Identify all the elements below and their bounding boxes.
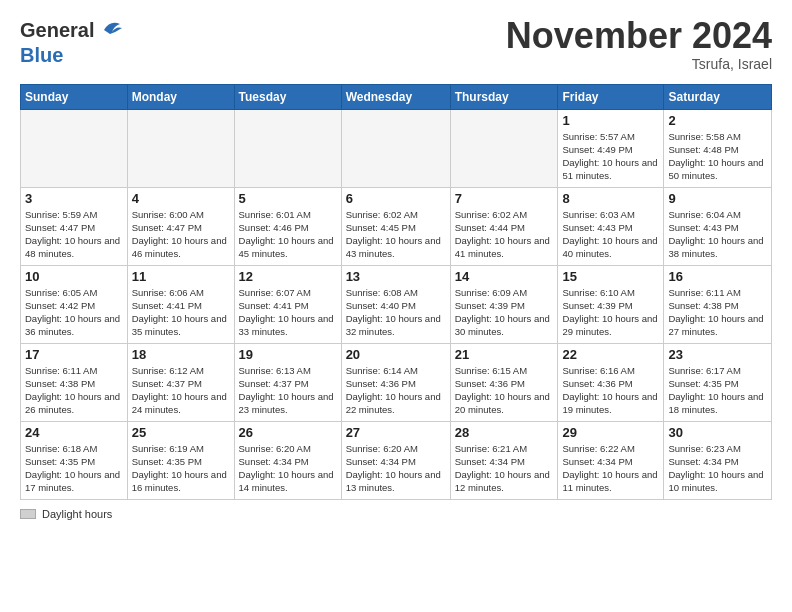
calendar-day-cell: 25Sunrise: 6:19 AM Sunset: 4:35 PM Dayli… [127, 421, 234, 499]
calendar-week-row: 1Sunrise: 5:57 AM Sunset: 4:49 PM Daylig… [21, 109, 772, 187]
day-number: 30 [668, 425, 767, 440]
logo-general: General [20, 19, 94, 41]
logo: General Blue [20, 16, 124, 66]
calendar-day-cell: 7Sunrise: 6:02 AM Sunset: 4:44 PM Daylig… [450, 187, 558, 265]
day-info: Sunrise: 6:00 AM Sunset: 4:47 PM Dayligh… [132, 208, 230, 261]
day-info: Sunrise: 6:11 AM Sunset: 4:38 PM Dayligh… [25, 364, 123, 417]
calendar-day-cell: 5Sunrise: 6:01 AM Sunset: 4:46 PM Daylig… [234, 187, 341, 265]
day-number: 25 [132, 425, 230, 440]
calendar-day-cell [341, 109, 450, 187]
calendar-dow-header: Thursday [450, 84, 558, 109]
logo-blue: Blue [20, 44, 124, 66]
day-info: Sunrise: 6:15 AM Sunset: 4:36 PM Dayligh… [455, 364, 554, 417]
day-info: Sunrise: 6:07 AM Sunset: 4:41 PM Dayligh… [239, 286, 337, 339]
calendar-day-cell: 16Sunrise: 6:11 AM Sunset: 4:38 PM Dayli… [664, 265, 772, 343]
day-number: 5 [239, 191, 337, 206]
calendar-table: SundayMondayTuesdayWednesdayThursdayFrid… [20, 84, 772, 500]
calendar-day-cell [21, 109, 128, 187]
calendar-day-cell: 9Sunrise: 6:04 AM Sunset: 4:43 PM Daylig… [664, 187, 772, 265]
day-info: Sunrise: 6:09 AM Sunset: 4:39 PM Dayligh… [455, 286, 554, 339]
day-info: Sunrise: 5:58 AM Sunset: 4:48 PM Dayligh… [668, 130, 767, 183]
day-number: 9 [668, 191, 767, 206]
day-info: Sunrise: 6:10 AM Sunset: 4:39 PM Dayligh… [562, 286, 659, 339]
day-info: Sunrise: 6:17 AM Sunset: 4:35 PM Dayligh… [668, 364, 767, 417]
legend-box [20, 509, 36, 519]
calendar-body: 1Sunrise: 5:57 AM Sunset: 4:49 PM Daylig… [21, 109, 772, 499]
day-number: 28 [455, 425, 554, 440]
calendar-day-cell: 6Sunrise: 6:02 AM Sunset: 4:45 PM Daylig… [341, 187, 450, 265]
calendar-day-cell: 14Sunrise: 6:09 AM Sunset: 4:39 PM Dayli… [450, 265, 558, 343]
day-number: 14 [455, 269, 554, 284]
calendar-week-row: 24Sunrise: 6:18 AM Sunset: 4:35 PM Dayli… [21, 421, 772, 499]
page: General Blue November 2024 Tsrufa, Israe… [0, 0, 792, 530]
day-number: 22 [562, 347, 659, 362]
calendar-dow-header: Sunday [21, 84, 128, 109]
calendar-day-cell: 21Sunrise: 6:15 AM Sunset: 4:36 PM Dayli… [450, 343, 558, 421]
day-number: 7 [455, 191, 554, 206]
calendar-day-cell: 11Sunrise: 6:06 AM Sunset: 4:41 PM Dayli… [127, 265, 234, 343]
day-info: Sunrise: 5:57 AM Sunset: 4:49 PM Dayligh… [562, 130, 659, 183]
day-number: 15 [562, 269, 659, 284]
day-info: Sunrise: 6:19 AM Sunset: 4:35 PM Dayligh… [132, 442, 230, 495]
calendar-week-row: 3Sunrise: 5:59 AM Sunset: 4:47 PM Daylig… [21, 187, 772, 265]
calendar-day-cell: 8Sunrise: 6:03 AM Sunset: 4:43 PM Daylig… [558, 187, 664, 265]
calendar-dow-header: Friday [558, 84, 664, 109]
day-info: Sunrise: 6:02 AM Sunset: 4:44 PM Dayligh… [455, 208, 554, 261]
calendar-day-cell: 10Sunrise: 6:05 AM Sunset: 4:42 PM Dayli… [21, 265, 128, 343]
calendar-week-row: 17Sunrise: 6:11 AM Sunset: 4:38 PM Dayli… [21, 343, 772, 421]
calendar-day-cell: 3Sunrise: 5:59 AM Sunset: 4:47 PM Daylig… [21, 187, 128, 265]
calendar-day-cell: 20Sunrise: 6:14 AM Sunset: 4:36 PM Dayli… [341, 343, 450, 421]
day-info: Sunrise: 6:12 AM Sunset: 4:37 PM Dayligh… [132, 364, 230, 417]
calendar-day-cell: 18Sunrise: 6:12 AM Sunset: 4:37 PM Dayli… [127, 343, 234, 421]
day-number: 13 [346, 269, 446, 284]
calendar-dow-header: Saturday [664, 84, 772, 109]
calendar-day-cell: 12Sunrise: 6:07 AM Sunset: 4:41 PM Dayli… [234, 265, 341, 343]
day-info: Sunrise: 6:16 AM Sunset: 4:36 PM Dayligh… [562, 364, 659, 417]
calendar-day-cell: 1Sunrise: 5:57 AM Sunset: 4:49 PM Daylig… [558, 109, 664, 187]
legend-label: Daylight hours [42, 508, 112, 520]
day-number: 11 [132, 269, 230, 284]
day-info: Sunrise: 6:14 AM Sunset: 4:36 PM Dayligh… [346, 364, 446, 417]
day-number: 1 [562, 113, 659, 128]
day-number: 10 [25, 269, 123, 284]
title-block: November 2024 Tsrufa, Israel [506, 16, 772, 72]
day-info: Sunrise: 6:21 AM Sunset: 4:34 PM Dayligh… [455, 442, 554, 495]
calendar-day-cell: 26Sunrise: 6:20 AM Sunset: 4:34 PM Dayli… [234, 421, 341, 499]
day-info: Sunrise: 6:20 AM Sunset: 4:34 PM Dayligh… [346, 442, 446, 495]
day-number: 24 [25, 425, 123, 440]
legend: Daylight hours [20, 508, 772, 520]
day-info: Sunrise: 6:11 AM Sunset: 4:38 PM Dayligh… [668, 286, 767, 339]
day-info: Sunrise: 6:13 AM Sunset: 4:37 PM Dayligh… [239, 364, 337, 417]
day-number: 19 [239, 347, 337, 362]
day-number: 12 [239, 269, 337, 284]
calendar-day-cell: 2Sunrise: 5:58 AM Sunset: 4:48 PM Daylig… [664, 109, 772, 187]
calendar-day-cell [234, 109, 341, 187]
calendar-day-cell: 27Sunrise: 6:20 AM Sunset: 4:34 PM Dayli… [341, 421, 450, 499]
calendar-day-cell: 30Sunrise: 6:23 AM Sunset: 4:34 PM Dayli… [664, 421, 772, 499]
day-number: 16 [668, 269, 767, 284]
month-title: November 2024 [506, 16, 772, 56]
day-info: Sunrise: 6:02 AM Sunset: 4:45 PM Dayligh… [346, 208, 446, 261]
day-info: Sunrise: 5:59 AM Sunset: 4:47 PM Dayligh… [25, 208, 123, 261]
day-number: 6 [346, 191, 446, 206]
calendar-day-cell: 13Sunrise: 6:08 AM Sunset: 4:40 PM Dayli… [341, 265, 450, 343]
day-number: 3 [25, 191, 123, 206]
day-number: 29 [562, 425, 659, 440]
day-info: Sunrise: 6:03 AM Sunset: 4:43 PM Dayligh… [562, 208, 659, 261]
calendar-day-cell: 4Sunrise: 6:00 AM Sunset: 4:47 PM Daylig… [127, 187, 234, 265]
day-number: 23 [668, 347, 767, 362]
day-number: 26 [239, 425, 337, 440]
calendar-day-cell: 23Sunrise: 6:17 AM Sunset: 4:35 PM Dayli… [664, 343, 772, 421]
calendar-header-row: SundayMondayTuesdayWednesdayThursdayFrid… [21, 84, 772, 109]
calendar-week-row: 10Sunrise: 6:05 AM Sunset: 4:42 PM Dayli… [21, 265, 772, 343]
calendar-day-cell: 17Sunrise: 6:11 AM Sunset: 4:38 PM Dayli… [21, 343, 128, 421]
calendar-day-cell: 22Sunrise: 6:16 AM Sunset: 4:36 PM Dayli… [558, 343, 664, 421]
day-info: Sunrise: 6:06 AM Sunset: 4:41 PM Dayligh… [132, 286, 230, 339]
day-number: 8 [562, 191, 659, 206]
day-info: Sunrise: 6:22 AM Sunset: 4:34 PM Dayligh… [562, 442, 659, 495]
logo-bird-icon [96, 16, 124, 44]
calendar-dow-header: Wednesday [341, 84, 450, 109]
calendar-day-cell: 24Sunrise: 6:18 AM Sunset: 4:35 PM Dayli… [21, 421, 128, 499]
day-info: Sunrise: 6:01 AM Sunset: 4:46 PM Dayligh… [239, 208, 337, 261]
day-number: 2 [668, 113, 767, 128]
